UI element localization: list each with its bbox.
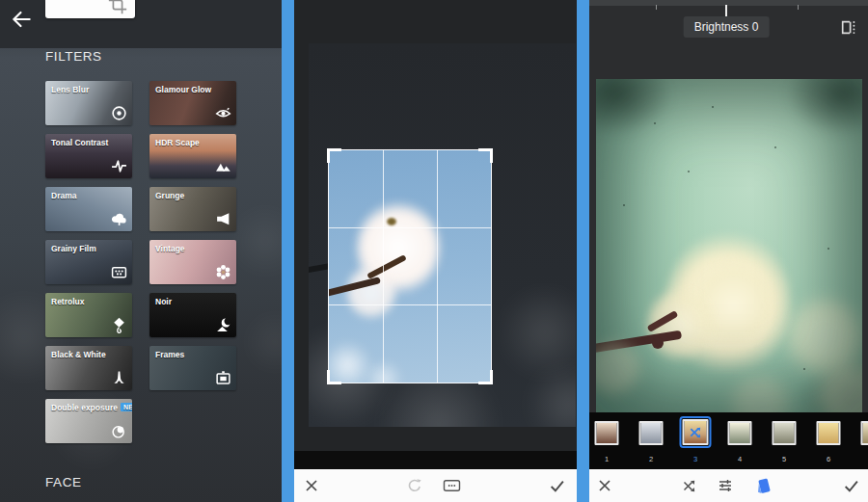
filtered-photo[interactable]	[596, 79, 862, 412]
filter-thumb-6[interactable]	[817, 421, 841, 445]
filter-thumb-7[interactable]	[861, 421, 868, 445]
filter-tile-vintage[interactable]: Vintage	[149, 240, 236, 284]
back-button[interactable]	[9, 7, 34, 32]
filter-label: Frames	[155, 350, 184, 359]
grid-line	[437, 150, 438, 383]
filter-tile-retrolux[interactable]: Retrolux	[45, 293, 132, 337]
shuffle-icon	[682, 478, 697, 493]
filter-label-text: Double exposure	[51, 403, 118, 412]
filter-label: HDR Scape	[155, 138, 200, 147]
filter-label: Tonal Contrast	[51, 138, 108, 147]
bottom-strip	[294, 451, 577, 469]
face-heading: FACE	[45, 475, 82, 489]
vignette-overlay	[596, 79, 862, 412]
rotate-button[interactable]	[404, 475, 425, 496]
bee	[387, 218, 396, 225]
filter-tile-black-white[interactable]: Black & White	[45, 346, 132, 390]
filter-label: Black & White	[51, 350, 106, 359]
filter-thumb-1[interactable]	[595, 421, 619, 445]
tool-popup-fragment[interactable]	[45, 0, 135, 18]
grid-line	[329, 304, 491, 305]
confirm-button[interactable]	[840, 475, 861, 496]
filter-tile-lens-blur[interactable]: Lens Blur	[45, 81, 132, 125]
filter-tile-grunge[interactable]: Grunge	[149, 187, 236, 231]
lens-blur-icon	[111, 105, 127, 121]
cancel-button[interactable]	[301, 475, 322, 496]
shuffle-icon	[689, 425, 703, 439]
pulse-icon	[111, 158, 127, 174]
shuffle-button[interactable]	[679, 475, 700, 496]
eiffel-tower-icon	[111, 370, 127, 386]
grid-line	[329, 227, 491, 228]
crop-panel	[294, 0, 577, 502]
compare-button[interactable]	[839, 19, 858, 37]
filter-tile-hdr-scape[interactable]: HDR Scape	[149, 134, 236, 178]
crop-toolbar	[294, 469, 577, 502]
filter-tile-tonal-contrast[interactable]: Tonal Contrast	[45, 134, 132, 178]
filter-tile-double-exposure[interactable]: Double exposureNEW	[45, 399, 132, 443]
filter-label: Drama	[51, 191, 76, 200]
crop-handle-top-right[interactable]	[478, 148, 493, 163]
thumb-number: 4	[738, 455, 742, 463]
filter-strip: 1 2 3 4 5 6	[589, 412, 868, 469]
thumb-number: 2	[649, 455, 653, 463]
filter-tile-frames[interactable]: Frames	[149, 346, 236, 390]
cloud-icon	[111, 211, 127, 227]
vintage-panel: Brightness 0	[589, 0, 868, 502]
ruler-tick	[656, 5, 657, 10]
filter-tile-grainy-film[interactable]: Grainy Film	[45, 240, 132, 284]
tune-button[interactable]	[715, 475, 736, 496]
aspect-ratio-button[interactable]	[441, 475, 462, 496]
top-bar	[0, 0, 282, 48]
thumb-number: 5	[782, 455, 786, 463]
rotate-icon	[407, 478, 422, 493]
film-frame-icon	[111, 264, 127, 280]
crop-photo	[329, 150, 491, 383]
filter-thumb-5[interactable]	[773, 421, 797, 445]
filter-label: Grainy Film	[51, 244, 96, 253]
crop-handle-top-left[interactable]	[327, 148, 341, 163]
close-icon	[597, 478, 612, 493]
thumb-number: 1	[605, 455, 609, 463]
grid-line	[383, 150, 384, 383]
filter-thumb-4[interactable]	[728, 421, 752, 445]
brightness-value-label: Brightness 0	[684, 16, 770, 38]
filter-tile-noir[interactable]: Noir	[149, 293, 236, 337]
filter-tile-drama[interactable]: Drama	[45, 187, 132, 231]
dimmed-photo-area	[309, 43, 576, 427]
filter-thumb-2[interactable]	[639, 421, 664, 445]
filter-thumb-3-selected[interactable]	[683, 419, 709, 445]
tune-icon	[718, 478, 733, 493]
crop-handle-bottom-left[interactable]	[327, 370, 341, 384]
eye-icon	[215, 105, 231, 121]
bokeh-blob	[241, 308, 282, 376]
picture-frame-icon	[215, 370, 231, 386]
before-after-compare-icon	[839, 19, 857, 36]
filter-label: Noir	[155, 297, 172, 306]
filter-label: Retrolux	[51, 297, 84, 306]
close-icon	[304, 478, 319, 493]
filters-panel: FILTERS Lens Blur Glamour Glow Tonal Con…	[0, 0, 282, 502]
style-button-active[interactable]	[752, 475, 773, 496]
new-badge: NEW	[121, 403, 132, 411]
crop-handle-bottom-right[interactable]	[478, 370, 493, 384]
vintage-toolbar	[589, 469, 868, 502]
moon-icon	[215, 317, 231, 333]
back-arrow-icon	[9, 7, 34, 32]
crop-icon	[107, 0, 128, 15]
mountains-icon	[215, 158, 231, 174]
confirm-button[interactable]	[546, 475, 567, 496]
aspect-ratio-icon	[443, 478, 461, 493]
filters-heading: FILTERS	[45, 49, 102, 64]
cancel-button[interactable]	[594, 475, 615, 496]
flower-icon	[215, 264, 231, 280]
filter-label: Lens Blur	[51, 85, 89, 94]
ruler-tick-center	[725, 5, 727, 16]
panel-divider	[282, 0, 294, 502]
thumb-number-selected: 3	[693, 455, 697, 463]
filter-tile-glamour-glow[interactable]: Glamour Glow	[149, 81, 236, 125]
crop-box[interactable]	[328, 149, 492, 383]
speaker-icon	[215, 211, 231, 227]
check-icon	[843, 478, 859, 494]
panel-divider	[577, 0, 589, 502]
